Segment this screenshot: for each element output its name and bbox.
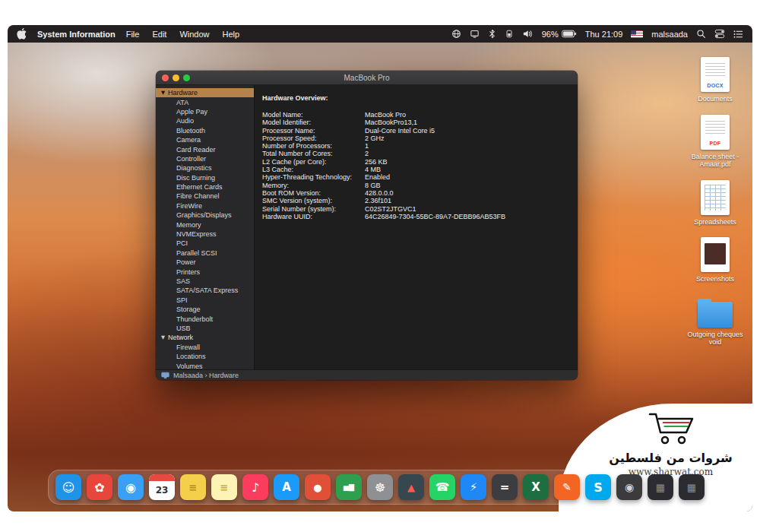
sidebar-item-ethernet-cards[interactable]: Ethernet Cards — [156, 182, 254, 192]
dock-icon-chip-thumbnail-2[interactable]: ▦ — [679, 474, 705, 500]
user-menu[interactable]: malsaada — [651, 30, 688, 39]
shopping-cart-logo-icon — [647, 411, 695, 449]
sidebar-item-card-reader[interactable]: Card Reader — [156, 144, 254, 154]
dock-icon-excel[interactable]: X — [523, 474, 549, 500]
dock-icon-dark-utility-app[interactable]: = — [492, 474, 518, 500]
sidebar-item-volumes[interactable]: Volumes — [156, 361, 254, 369]
sidebar-item-spi[interactable]: SPI — [156, 296, 254, 305]
sidebar-item-sata-sata-express[interactable]: SATA/SATA Express — [156, 286, 254, 295]
location-globe-icon[interactable] — [451, 29, 461, 39]
dock-icon-music[interactable]: ♪ — [242, 474, 268, 500]
spec-value: Dual-Core Intel Core i5 — [365, 127, 568, 135]
sidebar-item-audio[interactable]: Audio — [156, 116, 254, 125]
battery-indicator[interactable]: 96% — [542, 30, 577, 39]
sidebar-section-label: Hardware — [168, 89, 198, 97]
sidebar-item-sas[interactable]: SAS — [156, 277, 254, 286]
desktop-icon-label: Balance sheet - Amaar.pdf — [682, 153, 749, 169]
desktop-icon-outgoing-cheques-void[interactable]: Outgoing cheques void — [681, 295, 749, 347]
spotlight-search-icon[interactable] — [696, 29, 706, 39]
sidebar-section-hardware[interactable]: ▼Hardware — [156, 88, 254, 97]
control-center-icon[interactable] — [714, 29, 725, 39]
sidebar-item-camera[interactable]: Camera — [156, 135, 254, 144]
sidebar-item-firewall[interactable]: Firewall — [156, 343, 254, 352]
apple-menu-icon[interactable] — [17, 28, 27, 40]
menu-window[interactable]: Window — [179, 30, 209, 39]
spec-label: Model Identifier: — [262, 119, 365, 126]
menu-file[interactable]: File — [126, 30, 140, 39]
spec-value: 2.36f101 — [365, 197, 568, 204]
sidebar-item-ata[interactable]: ATA — [156, 97, 254, 106]
close-window-button[interactable] — [162, 74, 169, 81]
battery-percent: 96% — [542, 30, 559, 39]
spec-label: Hardware UUID: — [262, 213, 365, 220]
window-titlebar[interactable]: MacBook Pro — [156, 71, 578, 85]
window-sidebar: ▼HardwareATAApple PayAudioBluetoothCamer… — [156, 85, 255, 369]
dock-icon-safari[interactable]: ◉ — [118, 474, 144, 500]
notification-list-icon[interactable] — [733, 30, 743, 39]
device-battery-icon[interactable] — [505, 29, 514, 39]
disclosure-triangle-icon[interactable]: ▼ — [161, 90, 165, 96]
dock-icon-stickies[interactable]: ≡ — [180, 474, 206, 500]
sidebar-item-bluetooth[interactable]: Bluetooth — [156, 126, 254, 135]
spec-label: Boot ROM Version: — [262, 189, 365, 197]
sidebar-item-usb[interactable]: USB — [156, 324, 254, 333]
folder-file-icon — [698, 302, 733, 328]
dock-icon-messenger[interactable]: ⚡ — [461, 474, 486, 500]
sidebar-item-graphics-displays[interactable]: Graphics/Displays — [156, 211, 254, 220]
dock-icon-camera-app[interactable]: ◉ — [616, 474, 642, 500]
sidebar-item-nvmexpress[interactable]: NVMExpress — [156, 230, 254, 239]
desktop-icon-label: Spreadsheets — [694, 218, 736, 226]
menu-clock[interactable]: Thu 21:09 — [585, 30, 623, 39]
sidebar-item-disc-burning[interactable]: Disc Burning — [156, 173, 254, 182]
disclosure-triangle-icon[interactable]: ▼ — [161, 334, 165, 340]
dock-icon-notes[interactable]: ≡ — [211, 474, 237, 500]
sidebar-item-locations[interactable]: Locations — [156, 352, 254, 361]
dock-icon-orange-app[interactable]: ✎ — [554, 474, 580, 500]
sidebar-item-power[interactable]: Power — [156, 258, 254, 267]
zoom-window-button[interactable] — [183, 74, 190, 81]
spec-label: Number of Processors: — [262, 142, 365, 150]
minimize-window-button[interactable] — [173, 74, 179, 81]
volume-icon[interactable] — [522, 29, 534, 39]
dock-icon-red-app[interactable]: ● — [305, 474, 331, 500]
sidebar-item-apple-pay[interactable]: Apple Pay — [156, 107, 254, 116]
menu-edit[interactable]: Edit — [152, 30, 166, 39]
dock-icon-whatsapp[interactable]: ☎ — [429, 474, 455, 500]
window-statusbar: Malsaada › Hardware — [156, 369, 578, 380]
menu-app-name[interactable]: System Information — [37, 30, 116, 39]
dock-icon-launchpad[interactable]: ▲ — [398, 474, 424, 500]
dock-icon-settings[interactable]: ☸ — [367, 474, 393, 500]
menu-status-area: 96% Thu 21:09 malsaada — [451, 29, 743, 39]
desktop-icon-documents[interactable]: DOCXDocuments — [681, 57, 749, 103]
desktop-icon-balance-sheet-pdf[interactable]: PDFBalance sheet - Amaar.pdf — [681, 115, 749, 169]
sidebar-item-fibre-channel[interactable]: Fibre Channel — [156, 192, 254, 201]
sidebar-item-memory[interactable]: Memory — [156, 220, 254, 229]
sidebar-item-firewire[interactable]: FireWire — [156, 201, 254, 211]
dock-icon-calendar[interactable]: 23 — [149, 474, 175, 500]
desktop-icon-spreadsheets[interactable]: Spreadsheets — [681, 180, 749, 226]
computer-icon — [161, 372, 169, 379]
bluetooth-icon[interactable] — [488, 29, 496, 39]
sidebar-item-parallel-scsi[interactable]: Parallel SCSI — [156, 249, 254, 258]
spec-label: Processor Speed: — [262, 135, 365, 142]
sidebar-item-pci[interactable]: PCI — [156, 239, 254, 248]
sidebar-item-diagnostics[interactable]: Diagnostics — [156, 163, 254, 173]
sidebar-item-printers[interactable]: Printers — [156, 267, 254, 276]
dock-icon-charts-app[interactable]: ▅▇ — [336, 474, 362, 500]
sidebar-section-network[interactable]: ▼Network — [156, 333, 254, 342]
window-content: Hardware Overview: Model Name:MacBook Pr… — [255, 85, 578, 369]
input-language-flag-icon[interactable] — [631, 30, 643, 38]
watermark-title: شروات من فلسطين — [609, 451, 732, 465]
sidebar-item-thunderbolt[interactable]: Thunderbolt — [156, 314, 254, 323]
display-mirroring-icon[interactable] — [470, 29, 480, 39]
sidebar-item-controller[interactable]: Controller — [156, 154, 254, 163]
dock-icon-app-store[interactable]: A — [274, 474, 299, 500]
dock-icon-chip-thumbnail-1[interactable]: ▦ — [648, 474, 673, 500]
desktop-icon-screenshots[interactable]: Screenshots — [681, 237, 749, 283]
dock-icon-finder[interactable]: ☺ — [55, 474, 81, 500]
sidebar-item-storage[interactable]: Storage — [156, 305, 254, 314]
menu-help[interactable]: Help — [223, 30, 240, 39]
dock-icon-red-pinwheel-app[interactable]: ✿ — [87, 474, 112, 500]
desktop-icon-label: Outgoing cheques void — [682, 331, 749, 347]
dock-icon-skype[interactable]: S — [585, 474, 611, 500]
